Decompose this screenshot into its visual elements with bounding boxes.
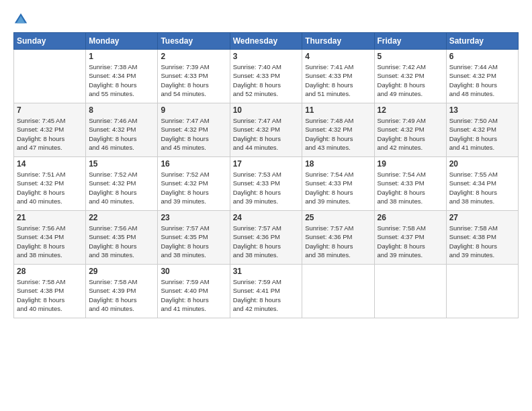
day-info: Sunrise: 7:45 AM Sunset: 4:32 PM Dayligh… — [17, 116, 83, 152]
header — [13, 12, 519, 27]
day-number: 28 — [17, 267, 83, 276]
day-info: Sunrise: 7:50 AM Sunset: 4:32 PM Dayligh… — [449, 116, 515, 152]
day-info: Sunrise: 7:52 AM Sunset: 4:32 PM Dayligh… — [89, 170, 154, 205]
day-number: 30 — [161, 267, 226, 276]
calendar-cell: 27Sunrise: 7:58 AM Sunset: 4:38 PM Dayli… — [446, 211, 518, 265]
day-number: 16 — [161, 159, 226, 169]
day-info: Sunrise: 7:54 AM Sunset: 4:33 PM Dayligh… — [305, 170, 371, 205]
week-row-2: 7Sunrise: 7:45 AM Sunset: 4:32 PM Daylig… — [14, 103, 519, 157]
day-number: 23 — [161, 213, 226, 222]
day-info: Sunrise: 7:48 AM Sunset: 4:32 PM Dayligh… — [305, 116, 371, 152]
day-info: Sunrise: 7:46 AM Sunset: 4:32 PM Dayligh… — [89, 116, 154, 152]
day-number: 26 — [378, 213, 443, 222]
day-info: Sunrise: 7:41 AM Sunset: 4:33 PM Dayligh… — [305, 62, 371, 98]
day-info: Sunrise: 7:53 AM Sunset: 4:33 PM Dayligh… — [233, 170, 300, 205]
day-number: 12 — [378, 105, 443, 115]
calendar-cell: 2Sunrise: 7:39 AM Sunset: 4:33 PM Daylig… — [158, 50, 230, 103]
calendar-cell: 19Sunrise: 7:54 AM Sunset: 4:33 PM Dayli… — [374, 157, 446, 211]
calendar-cell: 21Sunrise: 7:56 AM Sunset: 4:34 PM Dayli… — [14, 211, 86, 265]
day-number: 2 — [161, 52, 226, 61]
calendar-cell: 6Sunrise: 7:44 AM Sunset: 4:32 PM Daylig… — [446, 50, 518, 103]
day-number: 20 — [449, 159, 515, 169]
day-number: 14 — [17, 159, 83, 169]
day-info: Sunrise: 7:58 AM Sunset: 4:39 PM Dayligh… — [89, 277, 154, 313]
day-info: Sunrise: 7:59 AM Sunset: 4:40 PM Dayligh… — [161, 277, 226, 313]
calendar-cell: 16Sunrise: 7:52 AM Sunset: 4:32 PM Dayli… — [158, 157, 230, 211]
day-number: 18 — [305, 159, 371, 169]
week-row-4: 21Sunrise: 7:56 AM Sunset: 4:34 PM Dayli… — [14, 211, 519, 265]
page: SundayMondayTuesdayWednesdayThursdayFrid… — [0, 0, 532, 411]
day-info: Sunrise: 7:54 AM Sunset: 4:33 PM Dayligh… — [378, 170, 443, 205]
day-info: Sunrise: 7:39 AM Sunset: 4:33 PM Dayligh… — [161, 62, 226, 98]
day-number: 11 — [305, 105, 371, 115]
calendar-cell: 5Sunrise: 7:42 AM Sunset: 4:32 PM Daylig… — [374, 50, 446, 103]
calendar-cell: 26Sunrise: 7:58 AM Sunset: 4:37 PM Dayli… — [374, 211, 446, 265]
day-info: Sunrise: 7:40 AM Sunset: 4:33 PM Dayligh… — [233, 62, 300, 98]
calendar-cell: 29Sunrise: 7:58 AM Sunset: 4:39 PM Dayli… — [86, 265, 158, 318]
weekday-header-friday: Friday — [374, 33, 446, 50]
weekday-header-sunday: Sunday — [14, 33, 86, 50]
calendar-cell: 23Sunrise: 7:57 AM Sunset: 4:35 PM Dayli… — [158, 211, 230, 265]
calendar-cell: 7Sunrise: 7:45 AM Sunset: 4:32 PM Daylig… — [14, 103, 86, 157]
weekday-header-saturday: Saturday — [446, 33, 518, 50]
logo-icon — [13, 12, 28, 27]
day-info: Sunrise: 7:58 AM Sunset: 4:37 PM Dayligh… — [378, 224, 443, 259]
day-number: 6 — [449, 52, 515, 61]
logo — [13, 12, 31, 27]
weekday-header-tuesday: Tuesday — [158, 33, 230, 50]
day-number: 31 — [233, 267, 300, 276]
calendar-cell — [374, 265, 446, 318]
day-info: Sunrise: 7:55 AM Sunset: 4:34 PM Dayligh… — [449, 170, 515, 205]
calendar-cell: 17Sunrise: 7:53 AM Sunset: 4:33 PM Dayli… — [230, 157, 302, 211]
day-info: Sunrise: 7:58 AM Sunset: 4:38 PM Dayligh… — [449, 224, 515, 259]
calendar-cell — [302, 265, 374, 318]
calendar-cell: 15Sunrise: 7:52 AM Sunset: 4:32 PM Dayli… — [86, 157, 158, 211]
day-info: Sunrise: 7:57 AM Sunset: 4:36 PM Dayligh… — [305, 224, 371, 259]
calendar-cell: 22Sunrise: 7:56 AM Sunset: 4:35 PM Dayli… — [86, 211, 158, 265]
calendar-cell: 18Sunrise: 7:54 AM Sunset: 4:33 PM Dayli… — [302, 157, 374, 211]
calendar-cell: 13Sunrise: 7:50 AM Sunset: 4:32 PM Dayli… — [446, 103, 518, 157]
calendar-cell: 30Sunrise: 7:59 AM Sunset: 4:40 PM Dayli… — [158, 265, 230, 318]
day-number: 7 — [17, 105, 83, 115]
day-info: Sunrise: 7:57 AM Sunset: 4:36 PM Dayligh… — [233, 224, 300, 259]
day-info: Sunrise: 7:52 AM Sunset: 4:32 PM Dayligh… — [161, 170, 226, 205]
day-info: Sunrise: 7:56 AM Sunset: 4:34 PM Dayligh… — [17, 224, 83, 259]
day-number: 3 — [233, 52, 300, 61]
day-number: 21 — [17, 213, 83, 222]
day-number: 25 — [305, 213, 371, 222]
weekday-header-wednesday: Wednesday — [230, 33, 302, 50]
day-number: 15 — [89, 159, 154, 169]
weekday-header-thursday: Thursday — [302, 33, 374, 50]
calendar-cell: 28Sunrise: 7:58 AM Sunset: 4:38 PM Dayli… — [14, 265, 86, 318]
day-info: Sunrise: 7:44 AM Sunset: 4:32 PM Dayligh… — [449, 62, 515, 98]
calendar: SundayMondayTuesdayWednesdayThursdayFrid… — [13, 32, 519, 318]
day-number: 24 — [233, 213, 300, 222]
calendar-cell: 10Sunrise: 7:47 AM Sunset: 4:32 PM Dayli… — [230, 103, 302, 157]
day-number: 13 — [449, 105, 515, 115]
day-number: 29 — [89, 267, 154, 276]
day-number: 1 — [89, 52, 154, 61]
calendar-cell: 25Sunrise: 7:57 AM Sunset: 4:36 PM Dayli… — [302, 211, 374, 265]
week-row-5: 28Sunrise: 7:58 AM Sunset: 4:38 PM Dayli… — [14, 265, 519, 318]
day-info: Sunrise: 7:56 AM Sunset: 4:35 PM Dayligh… — [89, 224, 154, 259]
calendar-cell — [14, 50, 86, 103]
day-info: Sunrise: 7:59 AM Sunset: 4:41 PM Dayligh… — [233, 277, 300, 313]
calendar-cell: 4Sunrise: 7:41 AM Sunset: 4:33 PM Daylig… — [302, 50, 374, 103]
week-row-1: 1Sunrise: 7:38 AM Sunset: 4:34 PM Daylig… — [14, 50, 519, 103]
day-info: Sunrise: 7:42 AM Sunset: 4:32 PM Dayligh… — [378, 62, 443, 98]
calendar-cell: 3Sunrise: 7:40 AM Sunset: 4:33 PM Daylig… — [230, 50, 302, 103]
calendar-cell: 31Sunrise: 7:59 AM Sunset: 4:41 PM Dayli… — [230, 265, 302, 318]
calendar-cell: 11Sunrise: 7:48 AM Sunset: 4:32 PM Dayli… — [302, 103, 374, 157]
day-number: 17 — [233, 159, 300, 169]
day-info: Sunrise: 7:57 AM Sunset: 4:35 PM Dayligh… — [161, 224, 226, 259]
day-info: Sunrise: 7:49 AM Sunset: 4:32 PM Dayligh… — [378, 116, 443, 152]
weekday-header-row: SundayMondayTuesdayWednesdayThursdayFrid… — [14, 33, 519, 50]
day-number: 9 — [161, 105, 226, 115]
calendar-cell: 8Sunrise: 7:46 AM Sunset: 4:32 PM Daylig… — [86, 103, 158, 157]
day-number: 27 — [449, 213, 515, 222]
calendar-cell: 14Sunrise: 7:51 AM Sunset: 4:32 PM Dayli… — [14, 157, 86, 211]
day-number: 10 — [233, 105, 300, 115]
calendar-cell: 12Sunrise: 7:49 AM Sunset: 4:32 PM Dayli… — [374, 103, 446, 157]
day-number: 4 — [305, 52, 371, 61]
day-number: 5 — [378, 52, 443, 61]
